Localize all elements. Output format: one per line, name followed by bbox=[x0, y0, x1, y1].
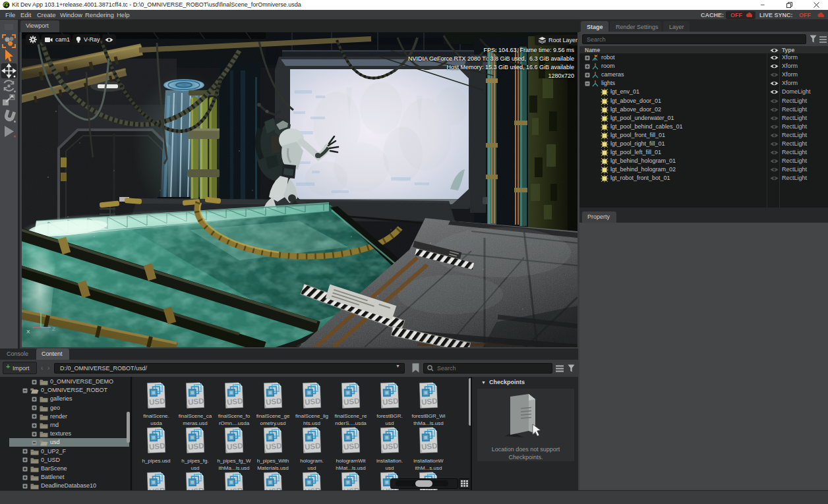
svg-text:USD: USD bbox=[421, 397, 438, 406]
svg-text:USD: USD bbox=[343, 397, 360, 406]
svg-text:USD: USD bbox=[227, 397, 243, 406]
svg-text:USD: USD bbox=[149, 441, 165, 451]
svg-text:USD: USD bbox=[149, 397, 165, 406]
svg-text:USD: USD bbox=[421, 441, 438, 451]
svg-text:USD: USD bbox=[266, 397, 282, 406]
svg-text:USD: USD bbox=[382, 441, 399, 451]
svg-text:USD: USD bbox=[266, 441, 282, 451]
svg-text:USD: USD bbox=[188, 441, 204, 451]
svg-text:USD: USD bbox=[188, 397, 204, 406]
svg-text:USD: USD bbox=[305, 441, 321, 451]
svg-text:Z: Z bbox=[52, 326, 55, 332]
svg-text:USD: USD bbox=[305, 397, 321, 406]
svg-text:USD: USD bbox=[343, 441, 360, 451]
svg-text:USD: USD bbox=[227, 441, 243, 451]
svg-text:X: X bbox=[26, 329, 30, 335]
svg-text:Y: Y bbox=[38, 306, 42, 312]
svg-text:USD: USD bbox=[382, 397, 399, 406]
